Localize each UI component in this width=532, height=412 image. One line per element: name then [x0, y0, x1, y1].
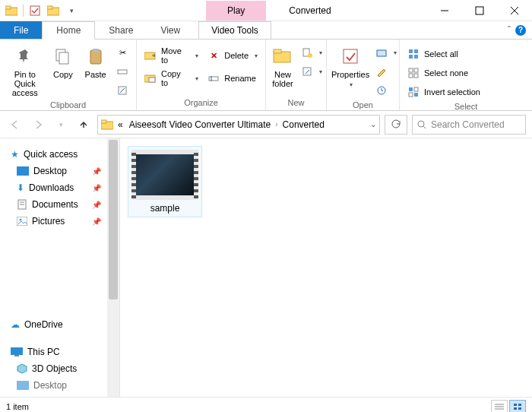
- share-tab[interactable]: Share: [95, 21, 147, 39]
- svg-rect-17: [149, 78, 155, 82]
- svg-rect-59: [518, 407, 521, 410]
- path-icon: [116, 65, 128, 78]
- delete-button[interactable]: ✕ Delete▾: [204, 47, 261, 64]
- paste-button[interactable]: Paste: [81, 43, 110, 79]
- pin-icon: 📌: [92, 167, 101, 176]
- select-none-button[interactable]: Select none: [404, 65, 483, 81]
- nav-documents[interactable]: Documents📌: [0, 196, 119, 213]
- new-folder-qat-icon[interactable]: [45, 2, 62, 19]
- edit-button[interactable]: [372, 63, 400, 80]
- copy-button[interactable]: Copy: [49, 43, 78, 79]
- objects3d-icon: [17, 363, 27, 374]
- qat-dropdown-icon[interactable]: ▾: [63, 2, 80, 19]
- search-box[interactable]: Search Converted: [412, 115, 526, 135]
- history-button[interactable]: [372, 82, 400, 99]
- copy-to-button[interactable]: Copy to▾: [141, 70, 201, 87]
- window-controls: [427, 0, 532, 21]
- nav-thispc[interactable]: This PC: [0, 344, 119, 360]
- svg-rect-38: [409, 93, 413, 97]
- play-context-tab[interactable]: Play: [206, 1, 266, 21]
- onedrive-icon: ☁: [11, 319, 20, 330]
- maximize-button[interactable]: [462, 0, 497, 21]
- svg-point-23: [308, 53, 312, 58]
- edit-icon: [375, 65, 388, 78]
- home-tab[interactable]: Home: [42, 21, 95, 40]
- invert-selection-icon: [407, 86, 420, 98]
- scissors-icon: ✂: [116, 46, 128, 59]
- forward-button[interactable]: [29, 116, 47, 134]
- view-tab[interactable]: View: [147, 21, 194, 39]
- file-tab[interactable]: File: [0, 21, 42, 39]
- crumb-current[interactable]: Converted: [281, 119, 326, 130]
- quick-access-node[interactable]: ★ Quick access: [0, 146, 119, 163]
- properties-button[interactable]: Properties▾: [331, 43, 369, 89]
- up-button[interactable]: [74, 116, 93, 134]
- select-all-icon: [407, 48, 420, 60]
- svg-rect-58: [514, 407, 517, 410]
- select-group-label: Select: [404, 100, 527, 113]
- nav-downloads[interactable]: ⬇ Downloads📌: [0, 179, 119, 196]
- close-button[interactable]: [497, 0, 532, 21]
- minimize-button[interactable]: [427, 0, 462, 21]
- collapse-ribbon-icon[interactable]: ˆ: [508, 25, 511, 36]
- svg-rect-25: [344, 49, 357, 63]
- new-folder-button[interactable]: New folder: [271, 43, 295, 88]
- navigation-pane: ★ Quick access Desktop📌 ⬇ Downloads📌 Doc…: [0, 138, 120, 397]
- recent-locations-button[interactable]: ▾: [52, 116, 70, 134]
- details-view-button[interactable]: [491, 400, 508, 413]
- window-title: Converted: [289, 5, 331, 16]
- copy-path-button[interactable]: [113, 63, 131, 80]
- item-count: 1 item: [6, 402, 29, 411]
- cut-button[interactable]: ✂: [113, 44, 131, 61]
- video-tools-tab[interactable]: Video Tools: [198, 21, 271, 39]
- desktop-icon: [17, 381, 29, 390]
- star-icon: ★: [11, 149, 19, 160]
- pin-icon: 📌: [92, 184, 101, 192]
- nav-onedrive[interactable]: ☁ OneDrive: [0, 316, 119, 333]
- properties-qat-icon[interactable]: [27, 2, 43, 19]
- rename-button[interactable]: Rename: [204, 70, 261, 87]
- pin-icon: 📌: [92, 201, 101, 209]
- nav-desktop[interactable]: Desktop📌: [0, 163, 119, 179]
- svg-point-42: [418, 121, 424, 127]
- move-to-button[interactable]: Move to▾: [141, 47, 201, 64]
- address-bar[interactable]: « Aiseesoft Video Converter Ultimate › C…: [97, 115, 380, 135]
- svg-rect-35: [414, 74, 418, 78]
- copy-icon: [51, 44, 75, 68]
- copy-to-icon: [144, 72, 157, 84]
- crumb-prefix[interactable]: «: [116, 119, 125, 130]
- svg-rect-37: [414, 87, 418, 91]
- svg-rect-1: [5, 6, 11, 9]
- new-item-button[interactable]: ▾: [298, 44, 325, 61]
- nav-pictures[interactable]: Pictures📌: [0, 213, 119, 230]
- clipboard-group: Pin to Quick access Copy Paste ✂ Clipboa…: [0, 40, 137, 110]
- chevron-right-icon[interactable]: ›: [275, 120, 277, 128]
- new-item-icon: [301, 46, 313, 59]
- file-item-sample[interactable]: sample: [128, 146, 202, 217]
- refresh-button[interactable]: [385, 115, 407, 135]
- svg-rect-32: [409, 68, 413, 72]
- nav-3dobjects[interactable]: 3D Objects: [0, 360, 119, 377]
- file-list[interactable]: sample: [120, 138, 532, 397]
- address-dropdown-icon[interactable]: ⌄: [370, 120, 376, 128]
- help-icon[interactable]: ?: [515, 25, 526, 36]
- nav-scrollbar[interactable]: [107, 138, 119, 397]
- documents-icon: [17, 199, 27, 210]
- svg-rect-39: [414, 93, 418, 97]
- svg-rect-41: [101, 120, 106, 123]
- thumbnails-view-button[interactable]: [509, 400, 526, 413]
- open-button[interactable]: ▾: [372, 44, 400, 61]
- svg-rect-57: [518, 404, 521, 406]
- paste-shortcut-button[interactable]: [113, 82, 131, 99]
- crumb-parent[interactable]: Aiseesoft Video Converter Ultimate: [128, 119, 273, 130]
- select-none-icon: [407, 67, 420, 79]
- invert-selection-button[interactable]: Invert selection: [404, 84, 483, 100]
- pin-to-quick-access-button[interactable]: Pin to Quick access: [5, 43, 46, 97]
- folder-icon[interactable]: [3, 2, 20, 19]
- back-button[interactable]: [6, 116, 24, 134]
- select-all-button[interactable]: Select all: [404, 46, 483, 62]
- easy-access-button[interactable]: ▾: [298, 63, 325, 80]
- history-icon: [375, 84, 388, 97]
- nav-desktop2[interactable]: Desktop: [0, 377, 119, 394]
- svg-rect-31: [414, 55, 418, 59]
